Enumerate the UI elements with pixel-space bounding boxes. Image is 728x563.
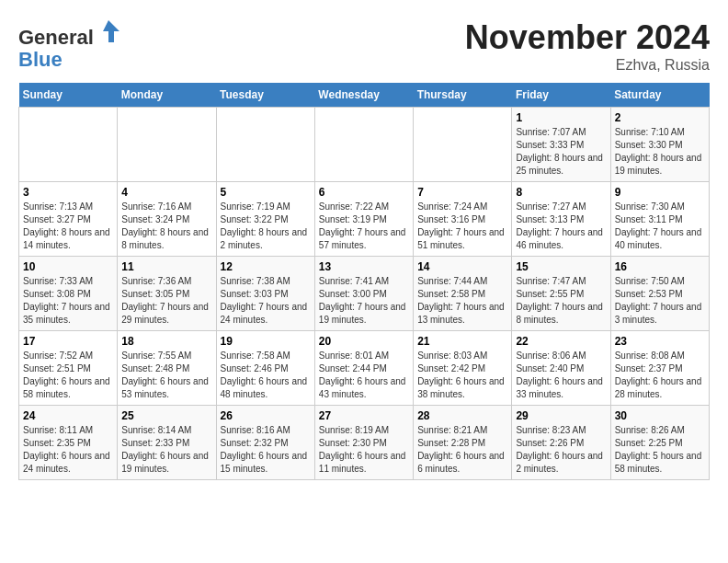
- logo-icon: [96, 18, 121, 44]
- day-info: Sunrise: 7:30 AM Sunset: 3:11 PM Dayligh…: [615, 201, 705, 252]
- day-number: 3: [23, 186, 113, 199]
- day-info: Sunrise: 7:36 AM Sunset: 3:05 PM Dayligh…: [121, 275, 211, 327]
- day-info: Sunrise: 7:33 AM Sunset: 3:08 PM Dayligh…: [23, 275, 113, 327]
- calendar-cell: [216, 108, 314, 182]
- day-of-week-header: Saturday: [610, 83, 709, 108]
- calendar-cell: 8Sunrise: 7:27 AM Sunset: 3:13 PM Daylig…: [512, 182, 610, 257]
- logo-blue-text: Blue: [18, 48, 63, 71]
- calendar-cell: [314, 108, 413, 182]
- day-of-week-header: Wednesday: [314, 83, 413, 108]
- calendar-cell: 10Sunrise: 7:33 AM Sunset: 3:08 PM Dayli…: [19, 257, 118, 331]
- calendar-cell: 25Sunrise: 8:14 AM Sunset: 2:33 PM Dayli…: [118, 406, 216, 480]
- calendar-cell: 29Sunrise: 8:23 AM Sunset: 2:26 PM Dayli…: [512, 406, 610, 480]
- day-number: 25: [121, 409, 211, 422]
- day-of-week-header: Sunday: [19, 83, 118, 108]
- day-number: 1: [516, 111, 606, 124]
- day-info: Sunrise: 7:16 AM Sunset: 3:24 PM Dayligh…: [121, 201, 211, 252]
- day-number: 6: [319, 186, 409, 199]
- day-number: 8: [516, 186, 606, 199]
- day-of-week-header: Monday: [118, 83, 216, 108]
- day-of-week-header: Friday: [512, 83, 610, 108]
- day-number: 17: [23, 335, 113, 348]
- day-info: Sunrise: 7:41 AM Sunset: 3:00 PM Dayligh…: [319, 275, 409, 327]
- day-number: 15: [516, 260, 606, 273]
- day-number: 14: [417, 260, 507, 273]
- day-number: 28: [417, 409, 507, 422]
- day-info: Sunrise: 7:27 AM Sunset: 3:13 PM Dayligh…: [516, 201, 606, 252]
- day-info: Sunrise: 8:21 AM Sunset: 2:28 PM Dayligh…: [417, 424, 507, 476]
- calendar-week-row: 17Sunrise: 7:52 AM Sunset: 2:51 PM Dayli…: [19, 331, 710, 406]
- day-number: 12: [221, 260, 311, 273]
- day-number: 22: [516, 335, 606, 348]
- svg-marker-0: [103, 20, 119, 42]
- calendar-cell: [414, 108, 512, 182]
- day-info: Sunrise: 8:08 AM Sunset: 2:37 PM Dayligh…: [615, 350, 705, 401]
- calendar-week-row: 24Sunrise: 8:11 AM Sunset: 2:35 PM Dayli…: [19, 406, 710, 480]
- calendar-cell: 24Sunrise: 8:11 AM Sunset: 2:35 PM Dayli…: [19, 406, 118, 480]
- calendar-cell: 26Sunrise: 8:16 AM Sunset: 2:32 PM Dayli…: [216, 406, 314, 480]
- day-number: 2: [615, 111, 705, 124]
- day-info: Sunrise: 7:07 AM Sunset: 3:33 PM Dayligh…: [516, 126, 606, 178]
- day-number: 29: [516, 409, 606, 422]
- day-info: Sunrise: 8:16 AM Sunset: 2:32 PM Dayligh…: [221, 424, 311, 476]
- day-info: Sunrise: 8:14 AM Sunset: 2:33 PM Dayligh…: [121, 424, 211, 476]
- calendar-cell: 15Sunrise: 7:47 AM Sunset: 2:55 PM Dayli…: [512, 257, 610, 331]
- day-number: 27: [319, 409, 409, 422]
- day-info: Sunrise: 7:58 AM Sunset: 2:46 PM Dayligh…: [221, 350, 311, 401]
- day-info: Sunrise: 7:44 AM Sunset: 2:58 PM Dayligh…: [417, 275, 507, 327]
- calendar-cell: 2Sunrise: 7:10 AM Sunset: 3:30 PM Daylig…: [610, 108, 709, 182]
- calendar-week-row: 1Sunrise: 7:07 AM Sunset: 3:33 PM Daylig…: [19, 108, 710, 182]
- calendar-cell: [118, 108, 216, 182]
- day-number: 10: [23, 260, 113, 273]
- day-info: Sunrise: 8:26 AM Sunset: 2:25 PM Dayligh…: [615, 424, 705, 476]
- day-info: Sunrise: 8:19 AM Sunset: 2:30 PM Dayligh…: [319, 424, 409, 476]
- day-info: Sunrise: 7:55 AM Sunset: 2:48 PM Dayligh…: [121, 350, 211, 401]
- day-number: 20: [319, 335, 409, 348]
- calendar-header-row: SundayMondayTuesdayWednesdayThursdayFrid…: [19, 83, 710, 108]
- day-of-week-header: Tuesday: [216, 83, 314, 108]
- day-number: 9: [615, 186, 705, 199]
- day-number: 7: [417, 186, 507, 199]
- calendar-cell: 17Sunrise: 7:52 AM Sunset: 2:51 PM Dayli…: [19, 331, 118, 406]
- day-of-week-header: Thursday: [414, 83, 512, 108]
- calendar-cell: 19Sunrise: 7:58 AM Sunset: 2:46 PM Dayli…: [216, 331, 314, 406]
- calendar-cell: [19, 108, 118, 182]
- day-info: Sunrise: 7:19 AM Sunset: 3:22 PM Dayligh…: [221, 201, 311, 252]
- day-number: 4: [121, 186, 211, 199]
- calendar-week-row: 3Sunrise: 7:13 AM Sunset: 3:27 PM Daylig…: [19, 182, 710, 257]
- location-subtitle: Ezhva, Russia: [465, 57, 710, 74]
- title-area: November 2024 Ezhva, Russia: [465, 18, 710, 74]
- calendar-cell: 30Sunrise: 8:26 AM Sunset: 2:25 PM Dayli…: [610, 406, 709, 480]
- day-info: Sunrise: 7:52 AM Sunset: 2:51 PM Dayligh…: [23, 350, 113, 401]
- day-info: Sunrise: 7:38 AM Sunset: 3:03 PM Dayligh…: [221, 275, 311, 327]
- day-number: 21: [417, 335, 507, 348]
- calendar-cell: 4Sunrise: 7:16 AM Sunset: 3:24 PM Daylig…: [118, 182, 216, 257]
- calendar-cell: 1Sunrise: 7:07 AM Sunset: 3:33 PM Daylig…: [512, 108, 610, 182]
- calendar-cell: 28Sunrise: 8:21 AM Sunset: 2:28 PM Dayli…: [414, 406, 512, 480]
- day-info: Sunrise: 8:11 AM Sunset: 2:35 PM Dayligh…: [23, 424, 113, 476]
- calendar-cell: 7Sunrise: 7:24 AM Sunset: 3:16 PM Daylig…: [414, 182, 512, 257]
- calendar-cell: 9Sunrise: 7:30 AM Sunset: 3:11 PM Daylig…: [610, 182, 709, 257]
- calendar-table: SundayMondayTuesdayWednesdayThursdayFrid…: [18, 83, 710, 480]
- day-info: Sunrise: 7:47 AM Sunset: 2:55 PM Dayligh…: [516, 275, 606, 327]
- calendar-cell: 23Sunrise: 8:08 AM Sunset: 2:37 PM Dayli…: [610, 331, 709, 406]
- day-number: 30: [615, 409, 705, 422]
- day-number: 11: [121, 260, 211, 273]
- day-info: Sunrise: 8:03 AM Sunset: 2:42 PM Dayligh…: [417, 350, 507, 401]
- day-info: Sunrise: 8:23 AM Sunset: 2:26 PM Dayligh…: [516, 424, 606, 476]
- day-info: Sunrise: 8:01 AM Sunset: 2:44 PM Dayligh…: [319, 350, 409, 401]
- day-number: 23: [615, 335, 705, 348]
- day-number: 5: [221, 186, 311, 199]
- day-info: Sunrise: 7:13 AM Sunset: 3:27 PM Dayligh…: [23, 201, 113, 252]
- calendar-cell: 11Sunrise: 7:36 AM Sunset: 3:05 PM Dayli…: [118, 257, 216, 331]
- day-number: 16: [615, 260, 705, 273]
- day-info: Sunrise: 8:06 AM Sunset: 2:40 PM Dayligh…: [516, 350, 606, 401]
- page-header: General Blue November 2024 Ezhva, Russia: [18, 18, 710, 74]
- calendar-cell: 16Sunrise: 7:50 AM Sunset: 2:53 PM Dayli…: [610, 257, 709, 331]
- month-title: November 2024: [465, 18, 710, 57]
- calendar-cell: 21Sunrise: 8:03 AM Sunset: 2:42 PM Dayli…: [414, 331, 512, 406]
- calendar-cell: 5Sunrise: 7:19 AM Sunset: 3:22 PM Daylig…: [216, 182, 314, 257]
- calendar-cell: 14Sunrise: 7:44 AM Sunset: 2:58 PM Dayli…: [414, 257, 512, 331]
- day-number: 24: [23, 409, 113, 422]
- calendar-cell: 18Sunrise: 7:55 AM Sunset: 2:48 PM Dayli…: [118, 331, 216, 406]
